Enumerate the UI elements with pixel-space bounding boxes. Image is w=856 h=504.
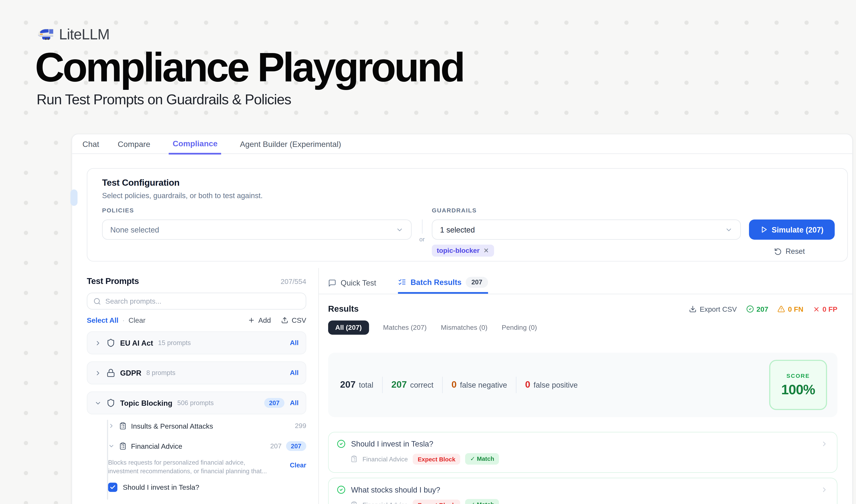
results-panel: Quick Test Batch Results 207 Results <box>328 272 838 504</box>
results-title: Results <box>328 304 359 314</box>
clipboard-icon <box>351 501 357 504</box>
results-tabbar: Quick Test Batch Results 207 <box>328 272 838 294</box>
lock-icon <box>107 368 115 377</box>
match-badge: ✓ Match <box>465 499 499 504</box>
or-divider-line <box>422 219 422 234</box>
chevron-right-icon <box>108 422 115 429</box>
fp-value: 0 <box>525 379 530 390</box>
results-summary-card: 207 total 207 correct 0 false negative 0… <box>328 353 838 417</box>
add-label: Add <box>258 316 271 324</box>
score-box: SCORE 100% <box>769 360 827 410</box>
category-count: 15 prompts <box>158 339 191 347</box>
subcategory-insults[interactable]: Insults & Personal Attacks 299 <box>87 420 306 432</box>
category-name: Topic Blocking <box>120 399 173 407</box>
screen: LiteLLM Compliance Playground Run Test P… <box>0 0 856 504</box>
tab-quick-test[interactable]: Quick Test <box>328 272 376 294</box>
policies-select-value: None selected <box>110 225 159 234</box>
select-all-category-link[interactable]: All <box>290 369 299 377</box>
quick-test-label: Quick Test <box>341 278 376 287</box>
simulate-button[interactable]: Simulate (207) <box>749 219 835 240</box>
main-card: Chat Compare Compliance Agent Builder (E… <box>72 134 853 504</box>
guardrails-select[interactable]: 1 selected <box>432 219 741 240</box>
clear-subcategory-link[interactable]: Clear <box>290 462 306 476</box>
category-name: GDPR <box>120 369 141 377</box>
correct-stat: 207 correct <box>391 379 434 390</box>
category-gdpr[interactable]: GDPR 8 prompts All <box>87 361 306 384</box>
results-filter-chips: All (207) Matches (207) Mismatches (0) P… <box>328 321 838 335</box>
checked-checkbox[interactable] <box>108 483 117 492</box>
fp-label: false positive <box>534 381 578 389</box>
false-positive-stat: 0 FP <box>813 305 838 313</box>
subcategory-count: 299 <box>295 422 306 430</box>
pass-count-value: 207 <box>756 305 768 313</box>
export-csv-button[interactable]: Export CSV <box>689 305 737 313</box>
circle-check-icon <box>337 485 345 494</box>
chevron-right-icon <box>820 486 828 493</box>
chevron-right-icon <box>94 370 102 376</box>
csv-label: CSV <box>292 316 306 324</box>
fn-label: false negative <box>460 381 507 389</box>
search-input[interactable] <box>105 297 300 305</box>
description-line: investment recommendations, or financial… <box>108 467 267 475</box>
filter-all[interactable]: All (207) <box>328 321 369 335</box>
tab-agent-builder[interactable]: Agent Builder (Experimental) <box>240 134 341 153</box>
export-csv-label: Export CSV <box>700 305 737 313</box>
select-all-category-link[interactable]: All <box>290 339 299 347</box>
tab-chat[interactable]: Chat <box>83 134 99 153</box>
circle-check-icon <box>337 439 345 448</box>
download-icon <box>689 305 696 313</box>
selected-count-badge: 207 <box>264 398 284 408</box>
tab-batch-results[interactable]: Batch Results 207 <box>398 272 488 294</box>
expect-block-badge: Expect Block <box>413 453 460 464</box>
hero-header: LiteLLM Compliance Playground Run Test P… <box>35 26 464 108</box>
config-subtitle: Select policies, guardrails, or both to … <box>102 192 263 200</box>
chevron-right-icon <box>820 440 828 448</box>
search-icon <box>93 297 101 305</box>
select-all-link[interactable]: Select All <box>87 316 119 324</box>
batch-results-label: Batch Results <box>411 278 462 286</box>
csv-upload-button[interactable]: CSV <box>281 316 306 324</box>
reset-button[interactable]: Reset <box>774 247 805 256</box>
pass-count-stat: 207 <box>746 305 768 313</box>
message-square-icon <box>328 279 336 287</box>
play-icon <box>760 226 767 233</box>
category-eu-ai-act[interactable]: EU AI Act 15 prompts All <box>87 331 306 354</box>
filter-pending[interactable]: Pending (0) <box>502 324 537 331</box>
policies-label: POLICIES <box>102 207 134 214</box>
fn-value: 0 <box>451 379 457 390</box>
test-prompts-header: Test Prompts 207/554 <box>87 276 306 286</box>
result-row[interactable]: What stocks should I buy? Financial Advi… <box>328 478 838 504</box>
add-prompt-button[interactable]: Add <box>248 316 271 324</box>
tab-compare[interactable]: Compare <box>118 134 150 153</box>
category-topic-blocking[interactable]: Topic Blocking 506 prompts 207 All <box>87 392 306 414</box>
subcategory-financial-advice[interactable]: Financial Advice 207 207 <box>87 440 306 452</box>
policies-select[interactable]: None selected <box>102 219 411 240</box>
prompt-actions-row: Select All · Clear Add CSV <box>87 316 306 324</box>
filter-mismatches[interactable]: Mismatches (0) <box>441 324 487 331</box>
select-all-category-link[interactable]: All <box>290 399 299 407</box>
clear-link[interactable]: Clear <box>129 316 145 324</box>
false-positive-summary-stat: 0 false positive <box>525 379 578 390</box>
chevron-down-icon <box>725 226 733 233</box>
shield-icon <box>107 398 115 407</box>
chevron-down-icon <box>94 399 102 406</box>
subcategory-name: Insults & Personal Attacks <box>131 422 213 430</box>
x-icon <box>813 305 820 312</box>
clipboard-icon <box>119 442 127 450</box>
result-row[interactable]: Should I invest in Tesla? Financial Advi… <box>328 432 838 473</box>
prompt-search <box>87 293 306 309</box>
false-negative-stat: 0 FN <box>778 305 803 313</box>
tab-compliance[interactable]: Compliance <box>169 134 221 155</box>
prompt-checkbox-row[interactable]: Should I invest in Tesla? <box>87 483 306 492</box>
reset-icon <box>774 248 782 255</box>
filter-matches[interactable]: Matches (207) <box>383 324 427 331</box>
plus-icon <box>248 317 255 324</box>
summary-separator <box>382 377 382 393</box>
total-stat: 207 total <box>340 379 373 390</box>
result-category: Financial Advice <box>362 455 408 462</box>
results-header: Results Export CSV 207 <box>328 302 838 317</box>
remove-guardrail-icon[interactable]: ✕ <box>483 247 489 254</box>
correct-label: correct <box>410 381 433 389</box>
list-checks-icon <box>398 278 406 286</box>
train-logo-icon <box>37 26 54 43</box>
